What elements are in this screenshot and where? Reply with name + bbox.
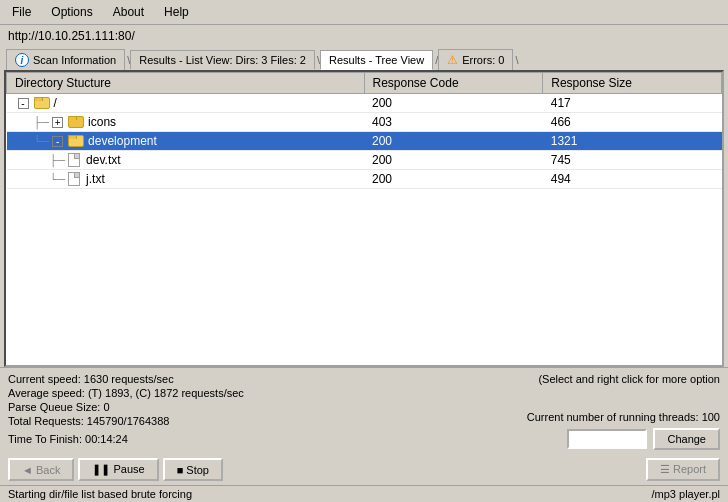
tree-line: ├─ bbox=[34, 116, 50, 128]
entry-name: j.txt bbox=[86, 172, 105, 186]
table-row[interactable]: └─-development2001321 bbox=[7, 132, 722, 151]
col-header-response-size: Response Size bbox=[543, 73, 722, 94]
info-icon: i bbox=[15, 53, 29, 67]
response-size: 466 bbox=[543, 113, 722, 132]
status-left: Current speed: 1630 requests/sec Average… bbox=[8, 372, 360, 450]
response-code: 200 bbox=[364, 94, 543, 113]
response-size: 1321 bbox=[543, 132, 722, 151]
tab-errors-label: Errors: 0 bbox=[462, 54, 504, 66]
bottom-status-bar: Starting dir/file list based brute forci… bbox=[0, 485, 728, 502]
parse-queue: Parse Queue Size: 0 bbox=[8, 400, 360, 414]
response-code: 200 bbox=[364, 132, 543, 151]
folder-icon bbox=[68, 116, 82, 128]
url-text: http://10.10.251.111:80/ bbox=[8, 29, 135, 43]
total-requests: Total Requests: 145790/1764388 bbox=[8, 414, 360, 428]
tab-scan-info-label: Scan Information bbox=[33, 54, 116, 66]
tab-sep-4: \ bbox=[515, 54, 518, 66]
expand-icon[interactable]: - bbox=[52, 136, 63, 147]
menu-help[interactable]: Help bbox=[158, 3, 195, 21]
response-code: 200 bbox=[364, 170, 543, 189]
table-row[interactable]: └─j.txt200494 bbox=[7, 170, 722, 189]
response-size: 417 bbox=[543, 94, 722, 113]
response-size: 494 bbox=[543, 170, 722, 189]
menu-about[interactable]: About bbox=[107, 3, 150, 21]
time-to-finish: Time To Finish: 00:14:24 bbox=[8, 432, 360, 446]
tab-tree-view-label: Results - Tree View bbox=[329, 54, 424, 66]
file-icon bbox=[68, 153, 80, 167]
tree-table: Directory Stucture Response Code Respons… bbox=[6, 72, 722, 189]
response-size: 745 bbox=[543, 151, 722, 170]
stop-button[interactable]: ■ Stop bbox=[163, 458, 223, 481]
col-header-structure: Directory Stucture bbox=[7, 73, 365, 94]
col-header-response-code: Response Code bbox=[364, 73, 543, 94]
tab-list-view[interactable]: Results - List View: Dirs: 3 Files: 2 bbox=[130, 50, 315, 69]
menubar: File Options About Help bbox=[0, 0, 728, 25]
menu-options[interactable]: Options bbox=[45, 3, 98, 21]
warning-icon: ⚠ bbox=[447, 53, 458, 67]
entry-name: development bbox=[88, 134, 157, 148]
bottom-right-buttons: ☰ Report bbox=[646, 458, 720, 481]
tab-list-view-label: Results - List View: Dirs: 3 Files: 2 bbox=[139, 54, 306, 66]
table-row[interactable]: ├─+icons403466 bbox=[7, 113, 722, 132]
report-button[interactable]: ☰ Report bbox=[646, 458, 720, 481]
entry-name: icons bbox=[88, 115, 116, 129]
response-code: 200 bbox=[364, 151, 543, 170]
entry-name: dev.txt bbox=[86, 153, 120, 167]
tree-line: └─ bbox=[34, 135, 50, 147]
menu-file[interactable]: File bbox=[6, 3, 37, 21]
thread-control: Change bbox=[567, 428, 720, 450]
change-button[interactable]: Change bbox=[653, 428, 720, 450]
pause-button[interactable]: ❚❚ Pause bbox=[78, 458, 158, 481]
threads-label: Current number of running threads: 100 bbox=[527, 410, 720, 424]
expand-icon[interactable]: + bbox=[52, 117, 63, 128]
status-right: (Select and right click for more option … bbox=[368, 372, 720, 450]
app-window: File Options About Help http://10.10.251… bbox=[0, 0, 728, 502]
thread-input[interactable] bbox=[567, 429, 647, 449]
folder-icon bbox=[68, 135, 82, 147]
tree-table-container: Directory Stucture Response Code Respons… bbox=[4, 70, 724, 367]
back-button[interactable]: ◄ Back bbox=[8, 458, 74, 481]
current-speed: Current speed: 1630 requests/sec bbox=[8, 372, 360, 386]
file-icon bbox=[68, 172, 80, 186]
average-speed: Average speed: (T) 1893, (C) 1872 reques… bbox=[8, 386, 360, 400]
tree-line: └─ bbox=[50, 173, 66, 185]
tab-tree-view[interactable]: Results - Tree View bbox=[320, 50, 433, 70]
status-area: Current speed: 1630 requests/sec Average… bbox=[0, 367, 728, 454]
table-row[interactable]: -/200417 bbox=[7, 94, 722, 113]
url-bar: http://10.10.251.111:80/ bbox=[0, 25, 728, 47]
right-hint: (Select and right click for more option bbox=[538, 372, 720, 386]
tree-line: ├─ bbox=[50, 154, 66, 166]
bottom-status-left: Starting dir/file list based brute forci… bbox=[8, 488, 192, 500]
tab-bar: i Scan Information \ Results - List View… bbox=[0, 47, 728, 70]
bottom-left-buttons: ◄ Back ❚❚ Pause ■ Stop bbox=[8, 458, 223, 481]
folder-icon bbox=[34, 97, 48, 109]
entry-name: / bbox=[54, 96, 57, 110]
bottom-status-right: /mp3 player.pl bbox=[652, 488, 720, 500]
response-code: 403 bbox=[364, 113, 543, 132]
expand-icon[interactable]: - bbox=[18, 98, 29, 109]
bottom-controls: ◄ Back ❚❚ Pause ■ Stop ☰ Report bbox=[0, 454, 728, 485]
tab-errors[interactable]: ⚠ Errors: 0 bbox=[438, 49, 513, 70]
table-row[interactable]: ├─dev.txt200745 bbox=[7, 151, 722, 170]
tab-scan-info[interactable]: i Scan Information bbox=[6, 49, 125, 70]
